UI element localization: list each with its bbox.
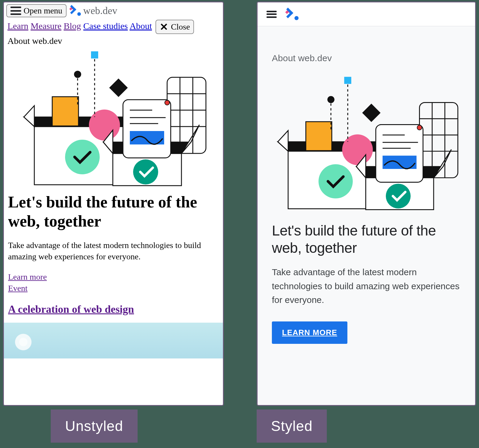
close-icon: ✕ — [160, 21, 168, 33]
hero-illustration — [4, 46, 223, 186]
open-menu-button[interactable]: Open menu — [6, 4, 67, 17]
hamburger-icon[interactable] — [267, 11, 277, 18]
unstyled-subhead: Take advantage of the latest modern tech… — [4, 231, 223, 262]
webdev-logo-icon — [284, 8, 297, 21]
styled-eyebrow: About web.dev — [272, 53, 461, 63]
open-menu-label: Open menu — [24, 6, 62, 16]
nav-about[interactable]: About — [130, 21, 152, 31]
event-title-link[interactable]: A celebration of web design — [8, 303, 134, 315]
styled-panel: About web.dev Let's build the future of … — [257, 1, 476, 406]
event-link[interactable]: Event — [8, 283, 219, 294]
nav-learn[interactable]: Learn — [7, 21, 28, 31]
unstyled-nav: Learn Measure Blog Case studies About ✕ … — [4, 17, 223, 34]
close-label: Close — [171, 22, 190, 32]
nav-measure[interactable]: Measure — [30, 21, 61, 31]
brand-text: web.dev — [83, 5, 117, 16]
nav-case-studies[interactable]: Case studies — [83, 21, 128, 31]
webdev-logo-icon — [68, 5, 80, 16]
event-banner-image — [4, 323, 223, 358]
learn-more-button[interactable]: LEARN MORE — [272, 321, 347, 344]
hamburger-icon — [10, 7, 21, 15]
nav-blog[interactable]: Blog — [64, 21, 81, 31]
event-heading: A celebration of web design — [4, 294, 223, 315]
unstyled-toolbar: Open menu web.dev — [4, 2, 223, 17]
styled-headline: Let's build the future of the web, toget… — [272, 222, 461, 256]
unstyled-links: Learn more Event — [4, 262, 223, 294]
unstyled-panel: Open menu web.dev Learn Measure Blog Cas… — [3, 1, 224, 406]
label-styled: Styled — [257, 409, 327, 443]
close-menu-button[interactable]: ✕ Close — [155, 20, 194, 34]
label-unstyled: Unstyled — [51, 409, 138, 443]
learn-more-link[interactable]: Learn more — [8, 271, 219, 283]
styled-body: About web.dev Let's build the future of … — [258, 26, 475, 344]
unstyled-eyebrow: About web.dev — [4, 34, 223, 46]
hero-illustration — [272, 69, 461, 213]
unstyled-headline: Let's build the future of the web, toget… — [4, 187, 223, 231]
styled-subhead: Take advantage of the latest modern tech… — [272, 265, 461, 307]
styled-header — [258, 2, 475, 26]
